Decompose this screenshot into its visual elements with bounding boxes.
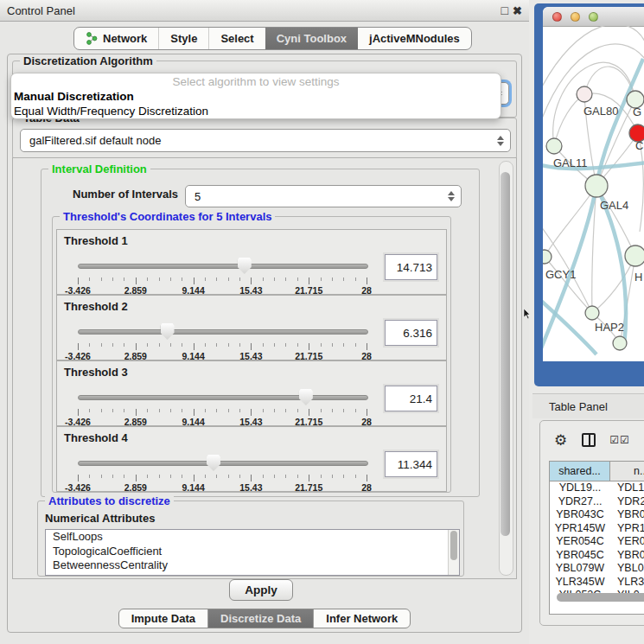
- name-cell[interactable]: YBR0: [610, 549, 644, 563]
- table-panel-titlebar: Table Panel: [532, 393, 644, 418]
- name-cell[interactable]: YBR0: [610, 508, 644, 522]
- attribute-list-item[interactable]: TopologicalCoefficient: [46, 545, 459, 559]
- shared-name-cell[interactable]: YBR043C: [550, 508, 610, 522]
- tab-cyni-toolbox[interactable]: Cyni Toolbox: [265, 28, 358, 49]
- network-canvas[interactable]: GAL80GCGAL11GAL4HGCY1HAP2: [543, 26, 644, 361]
- minimize-traffic-light[interactable]: [571, 12, 580, 22]
- attributes-scrollbar[interactable]: [448, 530, 459, 575]
- shared-name-cell[interactable]: YPR145W: [550, 522, 610, 536]
- slider-track[interactable]: [78, 329, 368, 335]
- tab-jactivemnodules[interactable]: jActiveMNodules: [358, 28, 471, 49]
- slider-track[interactable]: [78, 461, 368, 466]
- table-row[interactable]: YLR345WYLR3: [550, 576, 644, 590]
- apply-button[interactable]: Apply: [229, 579, 293, 601]
- threshold-value-field[interactable]: 21.4: [385, 386, 437, 411]
- name-cell[interactable]: YLR3: [610, 576, 644, 590]
- zoom-traffic-light[interactable]: [589, 12, 598, 22]
- numerical-attributes-list[interactable]: SelfLoopsTopologicalCoefficientBetweenne…: [45, 529, 460, 576]
- settings-scrollbar[interactable]: [499, 161, 513, 576]
- number-of-intervals-spinner[interactable]: 5: [185, 185, 462, 207]
- slider-major-ticks: [78, 343, 367, 350]
- spinner-arrows-icon: [443, 191, 459, 201]
- slider-track[interactable]: [78, 395, 368, 400]
- column-header-shared-name[interactable]: shared...: [550, 462, 610, 481]
- attribute-list-item[interactable]: BetweennessCentrality: [46, 558, 459, 573]
- thresholds-group-title: Threshold's Coordinates for 5 Intervals: [60, 210, 275, 223]
- table-panel-title: Table Panel: [549, 400, 608, 413]
- dropdown-item-equal-width[interactable]: Equal Width/Frequency Discretization: [11, 104, 501, 118]
- threshold-value-field[interactable]: 11.344: [385, 451, 437, 477]
- split-columns-icon[interactable]: [582, 433, 596, 447]
- network-node[interactable]: [577, 86, 592, 102]
- tab-impute-data[interactable]: Impute Data: [119, 609, 207, 628]
- close-traffic-light[interactable]: [552, 12, 562, 22]
- threshold-slider[interactable]: -3.4262.8599.14415.4321.71528: [78, 389, 367, 424]
- dropdown-item-manual-discretization[interactable]: Manual Discretization: [11, 89, 501, 104]
- table-row[interactable]: YDL19...YDL1: [550, 481, 644, 495]
- name-cell[interactable]: YBL0: [610, 562, 644, 576]
- number-of-intervals-value: 5: [186, 190, 443, 203]
- threshold-row: Threshold 2 -3.4262.8599.14415.4321.7152…: [56, 295, 447, 360]
- network-node[interactable]: [613, 336, 627, 350]
- name-cell[interactable]: YER0: [610, 535, 644, 549]
- network-node[interactable]: [625, 245, 644, 266]
- network-node-label: H: [634, 271, 642, 284]
- shared-name-cell[interactable]: YBL079W: [550, 562, 610, 576]
- tab-discretize-data[interactable]: Discretize Data: [207, 609, 313, 628]
- network-view-window[interactable]: GAL80GCGAL11GAL4HGCY1HAP2: [543, 7, 644, 361]
- network-node[interactable]: [546, 138, 562, 154]
- table-data-group: Table Data galFiltered.sif default node: [12, 118, 517, 159]
- threshold-row: Threshold 1 -3.4262.8599.14415.4321.7152…: [56, 229, 447, 295]
- table-row[interactable]: YBR043CYBR0: [550, 508, 644, 522]
- slider-major-ticks: [78, 475, 367, 481]
- float-window-icon[interactable]: □: [501, 0, 508, 21]
- tab-style[interactable]: Style: [158, 28, 208, 49]
- slider-thumb[interactable]: [207, 455, 220, 471]
- scrollbar-thumb[interactable]: [450, 531, 457, 560]
- network-node[interactable]: [585, 175, 608, 197]
- table-row[interactable]: YER054CYER0: [550, 535, 644, 549]
- shared-name-cell[interactable]: YLR345W: [550, 576, 610, 590]
- threshold-value-field[interactable]: 6.316: [385, 320, 437, 346]
- shared-name-cell[interactable]: YER054C: [550, 535, 610, 549]
- threshold-label: Threshold 1: [64, 234, 128, 247]
- shared-name-cell[interactable]: YDR27...: [550, 495, 610, 509]
- tab-network[interactable]: Network: [74, 28, 158, 49]
- column-header-name[interactable]: n...: [610, 462, 644, 481]
- threshold-slider[interactable]: -3.4262.8599.14415.4321.71528: [78, 258, 367, 292]
- table-row[interactable]: YBR045CYBR0: [550, 549, 644, 563]
- shared-name-cell[interactable]: YBR045C: [550, 549, 610, 563]
- table-horizontal-scrollbar[interactable]: [557, 593, 644, 602]
- attribute-list-item[interactable]: SelfLoops: [46, 530, 459, 545]
- network-node[interactable]: [585, 306, 599, 320]
- checkbox-icons[interactable]: ☑☑: [609, 434, 630, 446]
- table-data-select[interactable]: galFiltered.sif default node: [20, 129, 511, 152]
- scale-tick-label: 9.144: [182, 482, 204, 493]
- interval-definition-group: Interval Definition Number of Intervals …: [41, 169, 480, 497]
- close-window-icon[interactable]: ✖: [513, 0, 522, 21]
- thresholds-group: Threshold's Coordinates for 5 Intervals …: [52, 216, 451, 493]
- shared-name-cell[interactable]: YDL19...: [550, 481, 610, 495]
- table-row[interactable]: YBL079WYBL0: [550, 562, 644, 576]
- threshold-value-field[interactable]: 14.713: [385, 254, 437, 280]
- threshold-slider[interactable]: -3.4262.8599.14415.4321.71528: [78, 323, 367, 358]
- tab-select[interactable]: Select: [208, 28, 265, 49]
- slider-thumb[interactable]: [161, 323, 175, 340]
- name-cell[interactable]: YDL1: [610, 481, 644, 495]
- name-cell[interactable]: YPR1: [610, 522, 644, 536]
- scrollbar-thumb[interactable]: [501, 172, 510, 536]
- table-panel-toolbar: ⚙ ☑☑: [540, 421, 644, 459]
- dropdown-placeholder-item[interactable]: Select algorithm to view settings: [11, 74, 501, 89]
- table-row[interactable]: YDR27...YDR2: [550, 495, 644, 509]
- gear-icon[interactable]: ⚙: [554, 433, 567, 448]
- slider-thumb[interactable]: [238, 258, 252, 274]
- network-node[interactable]: [543, 250, 552, 264]
- slider-track[interactable]: [78, 264, 368, 269]
- threshold-slider[interactable]: -3.4262.8599.14415.4321.71528: [78, 455, 367, 489]
- scrollbar-thumb[interactable]: [557, 593, 644, 602]
- table-row[interactable]: YPR145WYPR1: [550, 522, 644, 536]
- discretization-algorithm-title: Discretization Algorithm: [20, 54, 156, 67]
- tab-infer-network[interactable]: Infer Network: [313, 609, 410, 628]
- name-cell[interactable]: YDR2: [610, 495, 644, 509]
- slider-thumb[interactable]: [299, 389, 313, 405]
